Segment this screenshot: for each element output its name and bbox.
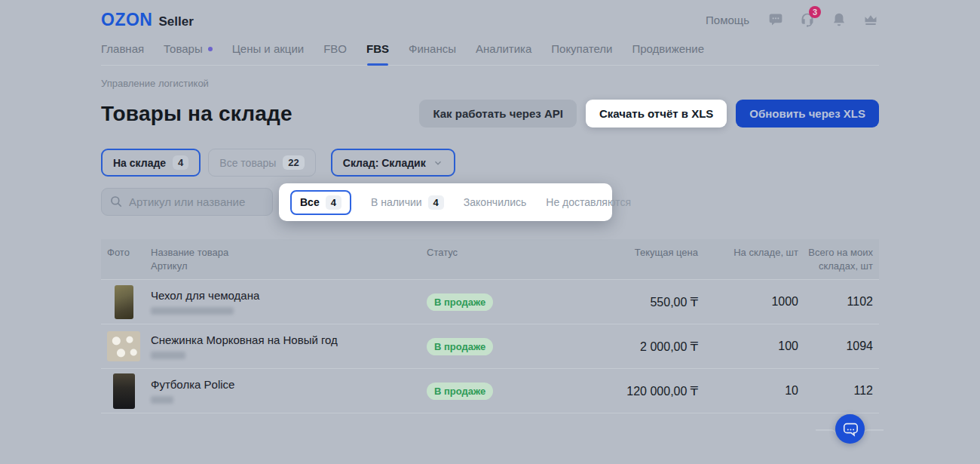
tab-out-of-stock[interactable]: Закончились [464, 196, 526, 208]
chat-bubble-icon [842, 421, 859, 438]
top-bar: OZON Seller Помощь 3 [101, 0, 879, 35]
nav-item-analitika[interactable]: Аналитика [476, 42, 531, 55]
product-price: 120 000,00 ₸ [540, 384, 698, 398]
product-total: 112 [798, 384, 873, 398]
product-name: Футболка Police [151, 378, 427, 391]
nav-item-finansy[interactable]: Финансы [409, 42, 456, 55]
update-xls-button[interactable]: Обновить через XLS [736, 100, 879, 128]
ozon-seller-logo[interactable]: OZON Seller [101, 10, 194, 30]
product-stock: 100 [698, 340, 798, 353]
logo-seller-text: Seller [158, 14, 193, 29]
tab-label: Все товары [219, 157, 276, 169]
tab-count: 4 [428, 195, 444, 210]
api-help-button[interactable]: Как работать через API [419, 100, 577, 128]
tab-all-products[interactable]: Все товары 22 [208, 149, 315, 177]
col-photo: Фото [107, 246, 151, 272]
nav-notification-dot [208, 47, 213, 51]
col-name: Название товара [151, 246, 427, 260]
col-name-sku: Название товара Артикул [151, 246, 427, 272]
nav-item-tseny[interactable]: Цены и акции [232, 42, 304, 55]
product-price: 550,00 ₸ [540, 295, 698, 309]
tab-label: Не доставляются [546, 196, 631, 208]
tab-label: Все [300, 196, 320, 208]
nav-label: Цены и акции [232, 42, 304, 55]
product-name-cell: Футболка Police [151, 378, 427, 404]
product-photo [107, 331, 151, 361]
product-sku-redacted [151, 307, 234, 315]
product-name: Снежинка Морковная на Новый год [151, 333, 427, 346]
tab-label: В наличии [371, 196, 422, 208]
nav-item-pokupateli[interactable]: Покупатели [551, 42, 612, 55]
col-sku: Артикул [151, 260, 427, 273]
tab-count: 4 [173, 155, 188, 170]
product-thumbnail [107, 331, 140, 361]
tab-count: 22 [283, 155, 304, 170]
headset-icon[interactable]: 3 [799, 11, 816, 28]
tab-label: Закончились [464, 196, 526, 208]
top-bar-right: Помощь 3 [706, 11, 879, 28]
main-nav: Главная Товары Цены и акции FBO FBS Фина… [101, 35, 879, 66]
tab-in-stock[interactable]: На складе 4 [101, 149, 201, 177]
nav-item-fbo[interactable]: FBO [323, 42, 347, 55]
chat-icon[interactable] [767, 11, 784, 28]
nav-label: Товары [164, 42, 203, 55]
search-row: Все 4 В наличии 4 Закончились Не доставл… [101, 188, 879, 227]
product-stock: 1000 [698, 295, 798, 309]
product-photo [107, 373, 151, 409]
nav-label: FBS [366, 42, 389, 55]
search-box [101, 188, 273, 216]
nav-label: Финансы [409, 42, 456, 55]
products-table: Фото Название товара Артикул Статус Теку… [101, 239, 879, 413]
crown-icon[interactable] [862, 11, 879, 28]
tab-count: 4 [326, 195, 341, 210]
product-total: 1102 [798, 295, 873, 309]
breadcrumb[interactable]: Управление логистикой [101, 78, 879, 89]
tab-available[interactable]: В наличии 4 [371, 195, 444, 210]
warehouse-select-label: Склад: Складик [343, 157, 426, 169]
product-total: 1094 [798, 340, 873, 353]
product-stock: 10 [698, 384, 798, 398]
table-row[interactable]: Снежинка Морковная на Новый год В продаж… [101, 324, 879, 369]
product-thumbnail [115, 285, 133, 319]
product-status-cell: В продаже [427, 338, 540, 355]
nav-label: FBO [323, 42, 347, 55]
warehouse-select[interactable]: Склад: Складик [331, 149, 455, 177]
product-sku-redacted [151, 396, 173, 404]
col-status: Статус [427, 246, 540, 272]
page-actions: Как работать через API Скачать отчёт в X… [419, 100, 879, 128]
top-icons: 3 [767, 11, 879, 28]
nav-label: Продвижение [632, 42, 704, 55]
download-xls-button[interactable]: Скачать отчёт в XLS [586, 100, 727, 128]
nav-item-fbs[interactable]: FBS [366, 42, 389, 55]
chat-fab[interactable] [835, 414, 865, 444]
search-input[interactable] [101, 188, 273, 216]
page-title: Товары на складе [101, 102, 292, 126]
tab-all[interactable]: Все 4 [290, 190, 351, 215]
help-link[interactable]: Помощь [706, 14, 749, 26]
product-status-cell: В продаже [427, 293, 540, 311]
product-name-cell: Чехол для чемодана [151, 289, 427, 315]
tab-not-delivered[interactable]: Не доставляются [546, 196, 631, 208]
col-stock: На складе, шт [698, 246, 798, 272]
product-status-cell: В продаже [427, 383, 540, 400]
chevron-down-icon [433, 158, 443, 168]
nav-item-glavnaya[interactable]: Главная [101, 42, 144, 55]
product-price: 2 000,00 ₸ [540, 340, 698, 354]
table-row[interactable]: Футболка Police В продаже 120 000,00 ₸ 1… [101, 369, 879, 413]
nav-label: Покупатели [551, 42, 612, 55]
main-content: OZON Seller Помощь 3 [101, 0, 879, 413]
status-badge: В продаже [427, 338, 493, 355]
nav-item-prodvizhenie[interactable]: Продвижение [632, 42, 704, 55]
bell-icon[interactable] [831, 11, 847, 28]
tab-label: На складе [113, 157, 166, 169]
col-price: Текущая цена [540, 246, 698, 272]
product-name-cell: Снежинка Морковная на Новый год [151, 333, 427, 359]
table-header: Фото Название товара Артикул Статус Теку… [101, 239, 879, 280]
status-badge: В продаже [427, 383, 493, 400]
table-row[interactable]: Чехол для чемодана В продаже 550,00 ₸ 10… [101, 280, 879, 324]
filter-row: На складе 4 Все товары 22 Склад: Складик [101, 149, 879, 177]
nav-item-tovary[interactable]: Товары [164, 42, 213, 55]
active-tab-underline [367, 63, 388, 66]
search-icon [109, 195, 123, 208]
product-photo [107, 285, 151, 319]
